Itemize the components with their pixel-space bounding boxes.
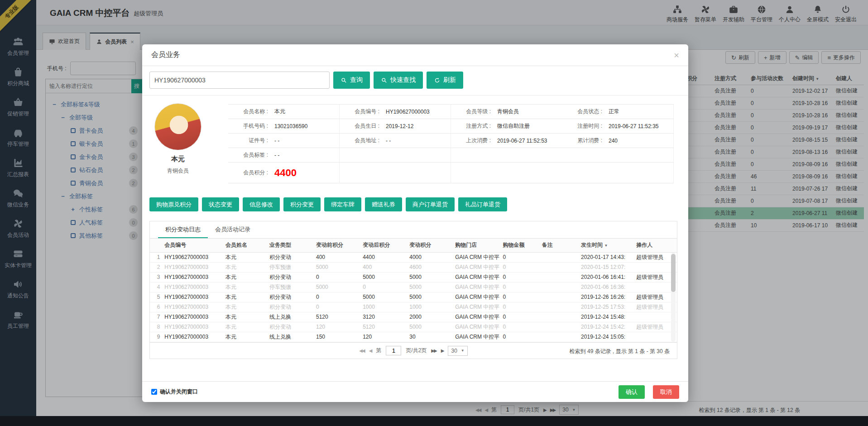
info-cell: 累计消费 : 240 bbox=[562, 134, 674, 148]
log-pagination: ◀◀ ◀ 第 页/共2页 ▶▶ ▶ 30 检索到 49 条记录 , 显示 第 1… bbox=[150, 342, 677, 359]
log-row[interactable]: 5 HY190627000003 本元 积分变动 0 5000 5000 GAI… bbox=[150, 292, 677, 302]
info-cell: 会员生日 : 2019-12-12 bbox=[340, 119, 451, 134]
log-row[interactable]: 1 HY190627000003 本元 积分变动 400 4400 4000 G… bbox=[150, 252, 677, 262]
records-info: 检索到 49 条记录 , 显示 第 1 条 - 第 30 条 bbox=[570, 348, 670, 355]
page-size-select[interactable]: 30 bbox=[448, 346, 467, 356]
member-action-button[interactable]: 状态变更 bbox=[202, 197, 239, 211]
bottom-bar bbox=[0, 416, 868, 426]
member-points-value: 4400 bbox=[274, 167, 297, 179]
member-points-cell: 会员积分 : 4400 bbox=[228, 163, 340, 183]
info-cell: 手机号码 : 13021036590 bbox=[228, 119, 340, 134]
info-cell: 注册时间 : 2019-06-27 11:52:35 bbox=[562, 119, 674, 134]
info-cell: 会员名称 : 本元 bbox=[228, 105, 340, 119]
member-avatar bbox=[154, 103, 201, 150]
first-page-icon[interactable]: ◀◀ bbox=[359, 348, 364, 353]
info-cell: 注册方式 : 微信自助注册 bbox=[451, 119, 562, 134]
search-icon bbox=[381, 77, 388, 84]
member-name: 本元 bbox=[153, 155, 203, 163]
quick-find-button[interactable]: 快速查找 bbox=[374, 72, 423, 89]
page-number-input[interactable] bbox=[386, 346, 401, 355]
info-cell: 会员标签 : - - bbox=[228, 148, 340, 163]
refresh-icon bbox=[434, 77, 441, 84]
info-cell bbox=[562, 148, 674, 163]
confirm-and-close-checkbox[interactable]: 确认并关闭窗口 bbox=[151, 388, 198, 396]
prev-page-icon[interactable]: ◀ bbox=[369, 348, 372, 353]
confirm-button[interactable]: 确认 bbox=[619, 385, 645, 399]
info-cell: 证件号 : - - bbox=[228, 134, 340, 148]
log-panel: 积分变动日志 会员活动记录 会员编号 会员姓名 业务类型 变动前积分 变动后积分… bbox=[149, 221, 677, 359]
log-row[interactable]: 9 HY190627000003 本元 线上兑换 150 120 30 GAIA… bbox=[150, 332, 677, 342]
modal-title: 会员业务 bbox=[151, 50, 180, 60]
info-cell bbox=[340, 148, 451, 163]
member-action-buttons: 购物票兑积分 状态变更 信息修改 积分变更 绑定车牌 赠送礼券 商户订单退货 礼… bbox=[149, 197, 507, 211]
info-cell: 会员地址 : - - bbox=[340, 134, 451, 148]
member-action-button[interactable]: 积分变更 bbox=[283, 197, 321, 211]
next-page-icon[interactable]: ▶▶ bbox=[431, 348, 436, 353]
tab-points-log[interactable]: 积分变动日志 bbox=[158, 221, 208, 238]
last-page-icon[interactable]: ▶ bbox=[441, 348, 444, 353]
member-action-button[interactable]: 商户订单退货 bbox=[406, 197, 455, 211]
info-cell: 会员状态 : 正常 bbox=[562, 105, 674, 119]
log-row[interactable]: 4 HY190627000003 本元 停车预缴 5000 0 5000 GAI… bbox=[150, 282, 677, 292]
log-row[interactable]: 7 HY190627000003 本元 线上兑换 5120 3120 2000 … bbox=[150, 312, 677, 322]
sort-desc-icon: ▼ bbox=[604, 244, 608, 248]
modal-close-icon[interactable]: × bbox=[674, 51, 679, 60]
member-info-grid: 会员名称 : 本元 会员编号 : HY190627000003 会员等级 : 青… bbox=[228, 104, 674, 183]
info-cell bbox=[451, 148, 562, 163]
log-row[interactable]: 2 HY190627000003 本元 停车预缴 5000 400 4600 G… bbox=[150, 262, 677, 272]
points-log-table: 会员编号 会员姓名 业务类型 变动前积分 变动后积分 变动积分 购物门店 购物金… bbox=[150, 239, 677, 342]
tab-activity-log[interactable]: 会员活动记录 bbox=[208, 221, 258, 238]
member-profile: 本元 青铜会员 bbox=[153, 103, 203, 175]
scrollbar-thumb[interactable] bbox=[671, 254, 676, 292]
member-action-button[interactable]: 赠送礼券 bbox=[365, 197, 402, 211]
search-icon bbox=[340, 77, 347, 84]
refresh-button[interactable]: 刷新 bbox=[427, 72, 463, 89]
member-action-button[interactable]: 购物票兑积分 bbox=[149, 197, 198, 211]
log-row[interactable]: 8 HY190627000003 本元 积分变动 120 5120 5000 G… bbox=[150, 322, 677, 332]
info-cell: 会员等级 : 青铜会员 bbox=[451, 105, 562, 119]
log-row[interactable]: 6 HY190627000003 本元 积分变动 0 1000 1000 GAI… bbox=[150, 302, 677, 312]
member-action-button[interactable]: 礼品订单退货 bbox=[458, 197, 507, 211]
query-button[interactable]: 查询 bbox=[333, 72, 370, 89]
info-cell: 会员编号 : HY190627000003 bbox=[340, 105, 451, 119]
info-cell: 上次消费 : 2019-06-27 11:52:53 bbox=[451, 134, 562, 148]
checkbox-input[interactable] bbox=[151, 389, 157, 395]
member-action-button[interactable]: 信息修改 bbox=[243, 197, 280, 211]
member-grade: 青铜会员 bbox=[153, 167, 203, 175]
modal-footer: 确认并关闭窗口 确认 取消 bbox=[142, 381, 688, 402]
member-action-button[interactable]: 绑定车牌 bbox=[324, 197, 361, 211]
member-business-modal: 会员业务 × 查询 快速查找 刷新 本元 青铜会员 会员名称 : 本元 bbox=[142, 44, 688, 402]
member-search-row: 查询 快速查找 刷新 bbox=[149, 72, 463, 89]
cancel-button[interactable]: 取消 bbox=[653, 385, 679, 399]
log-row[interactable]: 3 HY190627000003 本元 积分变动 0 5000 5000 GAI… bbox=[150, 272, 677, 282]
table-scrollbar[interactable] bbox=[671, 253, 676, 342]
member-number-input[interactable] bbox=[149, 72, 330, 89]
